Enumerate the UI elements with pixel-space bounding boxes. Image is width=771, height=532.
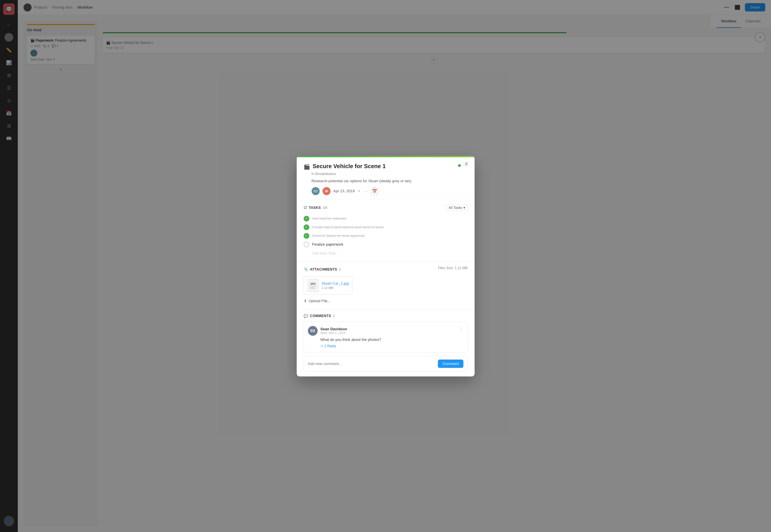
task-item: Finalize paperwork bbox=[304, 240, 468, 249]
task-checkbox-1[interactable]: ✓ bbox=[304, 216, 309, 222]
modal-title-icon: 🎬 bbox=[304, 164, 310, 170]
task-item: ✓ Send to Jakob for final approval bbox=[304, 232, 468, 240]
tasks-count: 3/4 bbox=[323, 206, 327, 210]
new-comment-area: Comment bbox=[304, 356, 468, 372]
task-checkbox-4[interactable] bbox=[304, 242, 309, 247]
task-label-2: Create top-3 best options and send to te… bbox=[312, 225, 384, 229]
upload-icon: ⬆ bbox=[304, 299, 307, 303]
tasks-section: ☑ TASKS 3/4 All Tasks ▾ ✓ Ask Ned for re… bbox=[297, 200, 475, 261]
attachments-header: 📎 ATTACHMENTS 1 Files Size: 1.12 MB bbox=[304, 266, 468, 273]
tasks-filter-dropdown[interactable]: All Tasks ▾ bbox=[446, 205, 467, 211]
new-comment-input[interactable] bbox=[308, 362, 435, 366]
commenter-name: Sean Davidson bbox=[321, 327, 347, 331]
upload-file-button[interactable]: ⬆ Upload File... bbox=[304, 298, 468, 304]
task-modal: ✕ 🎬 Secure Vehicle for Scene 1 ⋯ in Brea… bbox=[297, 156, 475, 376]
comment-user-info: SD Sean Davidson Wed, Mar 6, 2019 bbox=[308, 326, 347, 336]
file-info: Stuart Car_1.jpg 1.12 MB bbox=[322, 281, 349, 290]
comment-header: SD Sean Davidson Wed, Mar 6, 2019 ⋮ bbox=[308, 326, 463, 336]
files-size: Files Size: 1.12 MB bbox=[438, 266, 467, 270]
task-checkbox-2[interactable]: ✓ bbox=[304, 224, 309, 230]
assignee-avatar-1: SD bbox=[312, 187, 320, 195]
tasks-section-header: ☑ TASKS 3/4 All Tasks ▾ bbox=[304, 205, 468, 211]
file-preview-lines bbox=[310, 286, 316, 289]
file-type-label: JPG bbox=[309, 282, 316, 286]
tasks-icon: ☑ bbox=[304, 205, 307, 210]
comment-box: SD Sean Davidson Wed, Mar 6, 2019 ⋮ What… bbox=[304, 322, 468, 352]
start-date: Apr 13, 2019 bbox=[333, 189, 355, 193]
calendar-icon: 📅 bbox=[372, 189, 377, 193]
comment-date: Wed, Mar 6, 2019 bbox=[321, 331, 347, 335]
file-name: Stuart Car_1.jpg bbox=[322, 281, 349, 286]
attachment-file[interactable]: JPG Stuart Car_1.jpg 1.12 MB bbox=[304, 276, 353, 295]
task-label-4: Finalize paperwork bbox=[312, 242, 343, 246]
task-checkbox-3[interactable]: ✓ bbox=[304, 233, 309, 239]
tasks-section-title: ☑ TASKS 3/4 bbox=[304, 205, 327, 210]
modal-title: Secure Vehicle for Scene 1 bbox=[313, 163, 455, 170]
comments-title: 💬 COMMENTS 1 bbox=[304, 314, 335, 318]
comment-icon: 💬 bbox=[304, 314, 308, 318]
assignee-avatar-2: JK bbox=[323, 187, 331, 195]
modal-description: Research potential car options for Stuar… bbox=[312, 179, 460, 183]
status-dot bbox=[458, 164, 461, 167]
modal-close-button[interactable]: ✕ bbox=[463, 160, 471, 168]
task-label-3: Send to Jakob for final approval bbox=[312, 234, 365, 238]
comments-header: 💬 COMMENTS 1 bbox=[304, 314, 468, 318]
comments-section: 💬 COMMENTS 1 SD Sean Davidson Wed, Mar 6… bbox=[297, 309, 475, 376]
task-item: ✓ Ask Ned for referrals bbox=[304, 214, 468, 223]
end-date-picker[interactable]: 📅 bbox=[371, 187, 379, 195]
comment-reply-button[interactable]: ↪ 1 Reply bbox=[308, 344, 463, 348]
attachment-icon: 📎 bbox=[304, 267, 308, 271]
modal-date-row: SD JK Apr 13, 2019 ✕ — 📅 bbox=[312, 187, 460, 195]
comment-text: What do you think about the photos? bbox=[308, 337, 463, 342]
file-size: 1.12 MB bbox=[322, 286, 349, 290]
modal-header: 🎬 Secure Vehicle for Scene 1 ⋯ in Breakd… bbox=[297, 157, 475, 200]
task-label-1: Ask Ned for referrals bbox=[312, 216, 346, 221]
modal-title-row: 🎬 Secure Vehicle for Scene 1 ⋯ bbox=[304, 163, 468, 170]
comment-more-button[interactable]: ⋮ bbox=[459, 326, 463, 331]
comment-submit-button[interactable]: Comment bbox=[438, 360, 463, 368]
modal-overlay[interactable]: ✕ 🎬 Secure Vehicle for Scene 1 ⋯ in Brea… bbox=[0, 0, 771, 532]
task-item: ✓ Create top-3 best options and send to … bbox=[304, 223, 468, 232]
add-task-button[interactable]: Add New Task... bbox=[304, 250, 468, 257]
commenter-avatar: SD bbox=[308, 326, 318, 336]
app-root: 💬 ← ✏️ 📊 ⊞ ☰ ⊙ 📅 ⊞ 📖 👤 Projects › Tourin… bbox=[0, 0, 771, 532]
attachments-title: 📎 ATTACHMENTS 1 bbox=[304, 267, 341, 271]
date-clear-button[interactable]: ✕ bbox=[358, 189, 360, 193]
modal-subtitle: in Breakdowns bbox=[312, 172, 468, 176]
attachments-section: 📎 ATTACHMENTS 1 Files Size: 1.12 MB JPG bbox=[297, 261, 475, 309]
comments-count: 1 bbox=[333, 314, 335, 318]
attachments-count: 1 bbox=[339, 267, 341, 271]
file-thumbnail: JPG bbox=[307, 279, 319, 292]
